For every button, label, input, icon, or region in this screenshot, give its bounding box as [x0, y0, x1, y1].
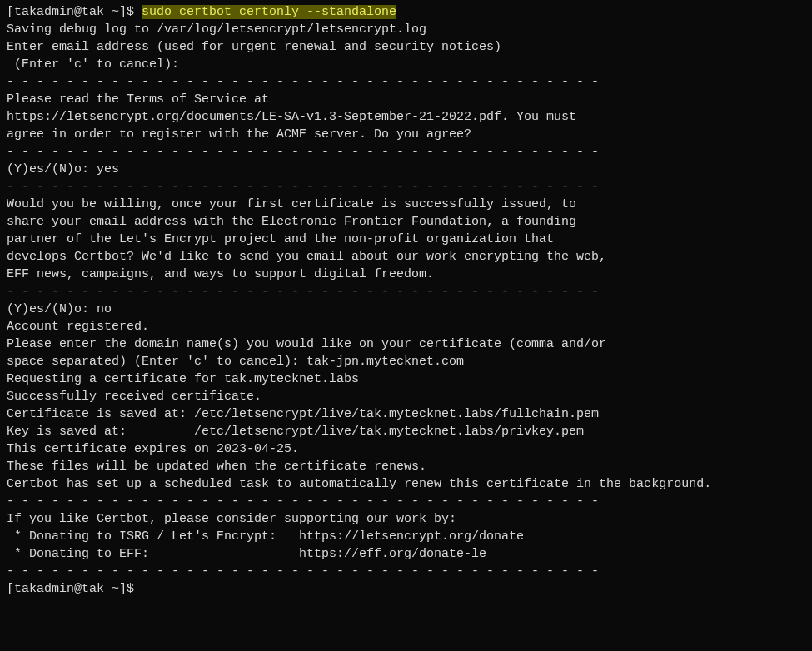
output-line: share your email address with the Electr…	[7, 213, 805, 231]
output-line: Please enter the domain name(s) you woul…	[7, 335, 805, 353]
output-line: These files will be updated when the cer…	[7, 458, 805, 475]
output-line: Certificate is saved at: /etc/letsencryp…	[7, 405, 805, 423]
shell-prompt: [takadmin@tak ~]$	[7, 5, 142, 19]
output-line: This certificate expires on 2023-04-25.	[7, 440, 805, 458]
output-line: EFF news, campaigns, and ways to support…	[7, 266, 805, 283]
output-line: Certbot has set up a scheduled task to a…	[7, 475, 805, 493]
output-line: If you like Certbot, please consider sup…	[7, 510, 805, 528]
output-line: Requesting a certificate for tak.myteckn…	[7, 370, 805, 388]
prompt-line-2[interactable]: [takadmin@tak ~]$	[7, 580, 805, 598]
divider-line: - - - - - - - - - - - - - - - - - - - - …	[7, 493, 805, 510]
cursor	[142, 582, 142, 595]
output-line: (Enter 'c' to cancel):	[7, 56, 805, 73]
output-line: space separated) (Enter 'c' to cancel): …	[7, 353, 805, 370]
input-line: (Y)es/(N)o: no	[7, 301, 805, 318]
shell-prompt: [takadmin@tak ~]$	[7, 582, 142, 596]
divider-line: - - - - - - - - - - - - - - - - - - - - …	[7, 143, 805, 161]
input-line: (Y)es/(N)o: yes	[7, 161, 805, 178]
output-line: Enter email address (used for urgent ren…	[7, 38, 805, 56]
output-line: Please read the Terms of Service at	[7, 91, 805, 108]
output-line: agree in order to register with the ACME…	[7, 126, 805, 143]
divider-line: - - - - - - - - - - - - - - - - - - - - …	[7, 178, 805, 196]
output-line: Would you be willing, once your first ce…	[7, 196, 805, 213]
output-line: * Donating to ISRG / Let's Encrypt: http…	[7, 528, 805, 545]
prompt-line-1: [takadmin@tak ~]$ sudo certbot certonly …	[7, 3, 805, 21]
divider-line: - - - - - - - - - - - - - - - - - - - - …	[7, 283, 805, 301]
divider-line: - - - - - - - - - - - - - - - - - - - - …	[7, 73, 805, 91]
command-text: sudo certbot certonly --standalone	[142, 5, 396, 19]
output-line: * Donating to EFF: https://eff.org/donat…	[7, 545, 805, 563]
output-line: develops Certbot? We'd like to send you …	[7, 248, 805, 266]
output-line: Key is saved at: /etc/letsencrypt/live/t…	[7, 423, 805, 440]
output-line: Successfully received certificate.	[7, 388, 805, 405]
output-line: Account registered.	[7, 318, 805, 335]
output-line: https://letsencrypt.org/documents/LE-SA-…	[7, 108, 805, 126]
output-line: Saving debug log to /var/log/letsencrypt…	[7, 21, 805, 38]
output-line: partner of the Let's Encrypt project and…	[7, 231, 805, 248]
divider-line: - - - - - - - - - - - - - - - - - - - - …	[7, 563, 805, 580]
